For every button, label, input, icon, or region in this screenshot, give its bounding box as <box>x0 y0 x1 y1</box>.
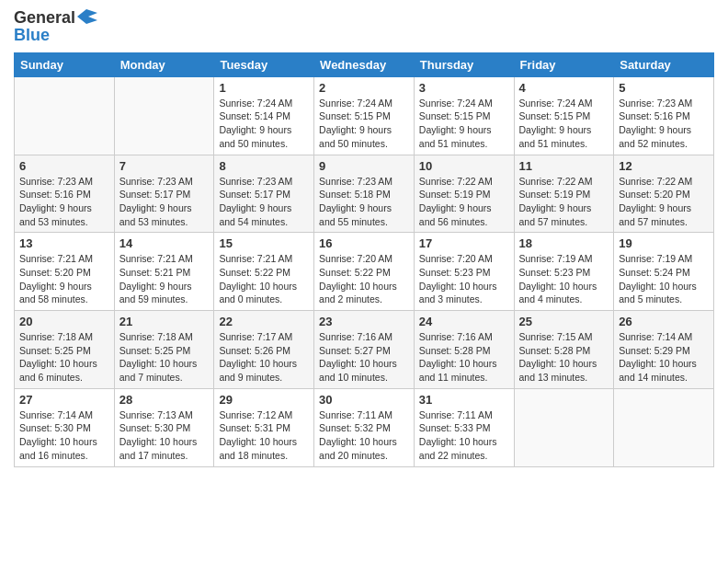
calendar-week-4: 20Sunrise: 7:18 AM Sunset: 5:25 PM Dayli… <box>15 311 714 389</box>
calendar-cell: 20Sunrise: 7:18 AM Sunset: 5:25 PM Dayli… <box>15 311 115 389</box>
calendar-header-row: SundayMondayTuesdayWednesdayThursdayFrid… <box>15 52 714 76</box>
day-number: 10 <box>419 159 509 173</box>
day-info: Sunrise: 7:20 AM Sunset: 5:23 PM Dayligh… <box>419 252 509 306</box>
calendar-cell: 10Sunrise: 7:22 AM Sunset: 5:19 PM Dayli… <box>414 155 514 233</box>
calendar-cell: 8Sunrise: 7:23 AM Sunset: 5:17 PM Daylig… <box>214 155 314 233</box>
day-number: 11 <box>519 159 609 173</box>
day-info: Sunrise: 7:23 AM Sunset: 5:17 PM Dayligh… <box>119 175 210 229</box>
calendar-cell: 14Sunrise: 7:21 AM Sunset: 5:21 PM Dayli… <box>114 233 214 311</box>
calendar-week-3: 13Sunrise: 7:21 AM Sunset: 5:20 PM Dayli… <box>15 233 714 311</box>
day-number: 19 <box>619 236 709 250</box>
calendar-cell: 18Sunrise: 7:19 AM Sunset: 5:23 PM Dayli… <box>514 233 614 311</box>
calendar-cell: 16Sunrise: 7:20 AM Sunset: 5:22 PM Dayli… <box>314 233 415 311</box>
day-info: Sunrise: 7:17 AM Sunset: 5:26 PM Dayligh… <box>219 330 309 385</box>
calendar-cell: 19Sunrise: 7:19 AM Sunset: 5:24 PM Dayli… <box>614 233 714 311</box>
calendar-cell: 7Sunrise: 7:23 AM Sunset: 5:17 PM Daylig… <box>114 155 214 233</box>
day-number: 7 <box>119 159 210 173</box>
day-number: 15 <box>219 236 309 250</box>
day-number: 31 <box>419 393 509 407</box>
day-info: Sunrise: 7:22 AM Sunset: 5:20 PM Dayligh… <box>619 175 709 229</box>
day-number: 26 <box>619 315 709 328</box>
calendar-cell <box>114 76 214 155</box>
calendar-cell: 23Sunrise: 7:16 AM Sunset: 5:27 PM Dayli… <box>314 311 415 389</box>
calendar-cell: 24Sunrise: 7:16 AM Sunset: 5:28 PM Dayli… <box>414 311 514 389</box>
weekday-header-monday: Monday <box>114 52 214 76</box>
calendar-cell: 6Sunrise: 7:23 AM Sunset: 5:16 PM Daylig… <box>15 155 115 233</box>
calendar-cell: 30Sunrise: 7:11 AM Sunset: 5:32 PM Dayli… <box>314 388 415 466</box>
day-info: Sunrise: 7:14 AM Sunset: 5:30 PM Dayligh… <box>19 408 109 463</box>
day-number: 3 <box>419 81 509 95</box>
day-number: 9 <box>319 159 409 173</box>
page-container: General Blue SundayMondayTuesdayWednesda… <box>0 0 728 477</box>
day-info: Sunrise: 7:24 AM Sunset: 5:15 PM Dayligh… <box>519 97 609 151</box>
day-info: Sunrise: 7:22 AM Sunset: 5:19 PM Dayligh… <box>419 175 509 229</box>
day-info: Sunrise: 7:24 AM Sunset: 5:15 PM Dayligh… <box>419 97 509 151</box>
day-info: Sunrise: 7:11 AM Sunset: 5:33 PM Dayligh… <box>419 408 509 463</box>
weekday-header-saturday: Saturday <box>614 52 714 76</box>
calendar-cell: 31Sunrise: 7:11 AM Sunset: 5:33 PM Dayli… <box>414 388 514 466</box>
weekday-header-thursday: Thursday <box>414 52 514 76</box>
day-number: 21 <box>119 315 210 328</box>
day-number: 4 <box>519 81 609 95</box>
day-number: 24 <box>419 315 509 328</box>
day-info: Sunrise: 7:16 AM Sunset: 5:27 PM Dayligh… <box>319 330 409 385</box>
day-info: Sunrise: 7:24 AM Sunset: 5:14 PM Dayligh… <box>219 97 309 151</box>
calendar-week-5: 27Sunrise: 7:14 AM Sunset: 5:30 PM Dayli… <box>15 388 714 466</box>
day-info: Sunrise: 7:16 AM Sunset: 5:28 PM Dayligh… <box>419 330 509 385</box>
calendar-cell <box>15 76 115 155</box>
logo-text: General <box>14 9 75 28</box>
weekday-header-tuesday: Tuesday <box>214 52 314 76</box>
day-info: Sunrise: 7:23 AM Sunset: 5:18 PM Dayligh… <box>319 175 409 229</box>
day-number: 1 <box>219 81 309 95</box>
calendar-week-1: 1Sunrise: 7:24 AM Sunset: 5:14 PM Daylig… <box>15 76 714 155</box>
calendar-cell: 29Sunrise: 7:12 AM Sunset: 5:31 PM Dayli… <box>214 388 314 466</box>
calendar-cell: 11Sunrise: 7:22 AM Sunset: 5:19 PM Dayli… <box>514 155 614 233</box>
calendar-cell <box>614 388 714 466</box>
calendar-cell: 26Sunrise: 7:14 AM Sunset: 5:29 PM Dayli… <box>614 311 714 389</box>
day-number: 5 <box>619 81 709 95</box>
day-info: Sunrise: 7:18 AM Sunset: 5:25 PM Dayligh… <box>19 330 109 385</box>
calendar-cell: 5Sunrise: 7:23 AM Sunset: 5:16 PM Daylig… <box>614 76 714 155</box>
day-number: 20 <box>19 315 109 328</box>
day-number: 8 <box>219 159 309 173</box>
calendar-cell: 2Sunrise: 7:24 AM Sunset: 5:15 PM Daylig… <box>314 76 415 155</box>
day-info: Sunrise: 7:21 AM Sunset: 5:21 PM Dayligh… <box>119 252 210 306</box>
day-info: Sunrise: 7:19 AM Sunset: 5:23 PM Dayligh… <box>519 252 609 306</box>
calendar-cell: 9Sunrise: 7:23 AM Sunset: 5:18 PM Daylig… <box>314 155 415 233</box>
calendar-cell: 27Sunrise: 7:14 AM Sunset: 5:30 PM Dayli… <box>15 388 115 466</box>
weekday-header-sunday: Sunday <box>15 52 115 76</box>
svg-marker-0 <box>77 9 97 24</box>
day-number: 6 <box>19 159 109 173</box>
day-number: 23 <box>319 315 409 328</box>
calendar-cell: 28Sunrise: 7:13 AM Sunset: 5:30 PM Dayli… <box>114 388 214 466</box>
day-info: Sunrise: 7:23 AM Sunset: 5:17 PM Dayligh… <box>219 175 309 229</box>
day-info: Sunrise: 7:24 AM Sunset: 5:15 PM Dayligh… <box>319 97 409 151</box>
day-info: Sunrise: 7:11 AM Sunset: 5:32 PM Dayligh… <box>319 408 409 463</box>
calendar-week-2: 6Sunrise: 7:23 AM Sunset: 5:16 PM Daylig… <box>15 155 714 233</box>
logo-bird-icon <box>77 9 97 24</box>
logo: General Blue <box>14 9 97 45</box>
day-number: 14 <box>119 236 210 250</box>
logo-blue: Blue <box>14 26 97 45</box>
calendar-cell <box>514 388 614 466</box>
day-number: 2 <box>319 81 409 95</box>
day-number: 22 <box>219 315 309 328</box>
day-number: 12 <box>619 159 709 173</box>
day-number: 17 <box>419 236 509 250</box>
weekday-header-wednesday: Wednesday <box>314 52 415 76</box>
day-number: 29 <box>219 393 309 407</box>
day-info: Sunrise: 7:13 AM Sunset: 5:30 PM Dayligh… <box>119 408 210 463</box>
calendar-cell: 1Sunrise: 7:24 AM Sunset: 5:14 PM Daylig… <box>214 76 314 155</box>
calendar-cell: 25Sunrise: 7:15 AM Sunset: 5:28 PM Dayli… <box>514 311 614 389</box>
calendar-cell: 22Sunrise: 7:17 AM Sunset: 5:26 PM Dayli… <box>214 311 314 389</box>
calendar-cell: 12Sunrise: 7:22 AM Sunset: 5:20 PM Dayli… <box>614 155 714 233</box>
day-number: 25 <box>519 315 609 328</box>
day-info: Sunrise: 7:22 AM Sunset: 5:19 PM Dayligh… <box>519 175 609 229</box>
day-info: Sunrise: 7:20 AM Sunset: 5:22 PM Dayligh… <box>319 252 409 306</box>
day-info: Sunrise: 7:18 AM Sunset: 5:25 PM Dayligh… <box>119 330 210 385</box>
day-info: Sunrise: 7:23 AM Sunset: 5:16 PM Dayligh… <box>619 97 709 151</box>
day-info: Sunrise: 7:21 AM Sunset: 5:22 PM Dayligh… <box>219 252 309 306</box>
day-number: 27 <box>19 393 109 407</box>
day-number: 18 <box>519 236 609 250</box>
calendar-table: SundayMondayTuesdayWednesdayThursdayFrid… <box>14 52 714 467</box>
